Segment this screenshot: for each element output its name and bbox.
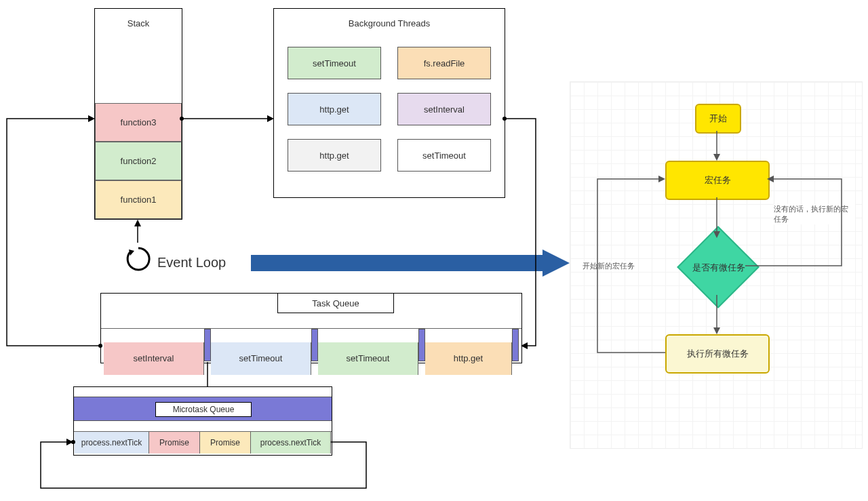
svg-point-4 xyxy=(180,117,184,121)
flowchart-panel: 开始 宏任务 是否有微任务 执行所有微任务 开始新的宏任务 没有的话，执行新的宏… xyxy=(570,81,863,449)
flow-connectors-icon xyxy=(570,82,862,448)
connectors-icon xyxy=(0,0,556,501)
diagram-canvas: Stack function3 function2 function1 Back… xyxy=(0,0,868,501)
